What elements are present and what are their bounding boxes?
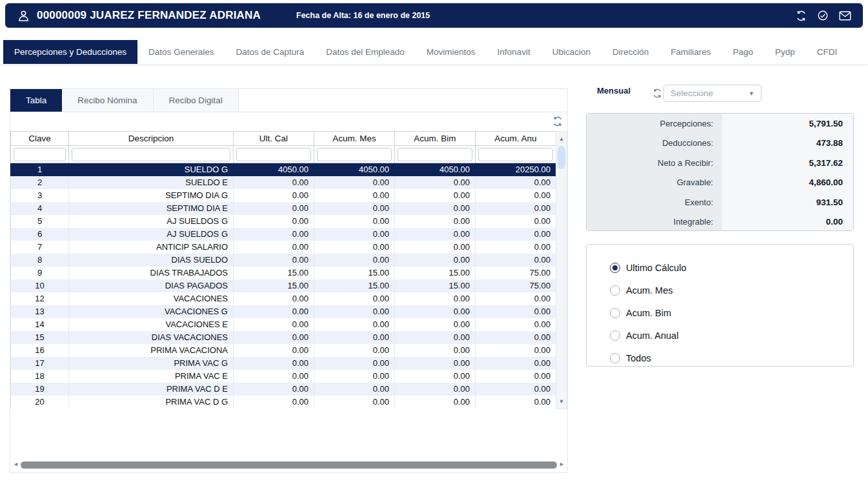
radio-icon[interactable] — [610, 353, 620, 363]
table-row[interactable]: 18PRIMA VAC E0.000.000.000.00 — [11, 370, 556, 383]
cell-acum-mes: 0.00 — [314, 292, 395, 305]
panel-tab-recibo-n-mina[interactable]: Recibo Nómina — [62, 89, 153, 112]
percepciones-panel: TablaRecibo NóminaRecibo Digital ClaveDe… — [10, 88, 568, 473]
table-row[interactable]: 12VACACIONES0.000.000.000.00 — [11, 292, 556, 305]
table-row[interactable]: 6AJ SUELDOS G0.000.000.000.00 — [11, 228, 556, 241]
refresh-icon[interactable] — [652, 88, 662, 101]
table-row[interactable]: 14VACACIONES E0.000.000.000.00 — [11, 318, 556, 331]
vertical-scrollbar[interactable]: ▲ ▼ — [556, 131, 567, 409]
tab-cfdi[interactable]: CFDI — [806, 40, 849, 64]
cell-descripcion: ANTICIP SALARIO — [69, 241, 234, 254]
cell-descripcion: DIAS VACACIONES — [69, 331, 234, 344]
radio-option-acum-mes[interactable]: Acum. Mes — [610, 279, 853, 301]
period-select[interactable]: Seleccione ▼ — [663, 85, 762, 102]
cell-acum-anu: 0.00 — [476, 357, 556, 370]
table-row[interactable]: 5AJ SUELDOS G0.000.000.000.00 — [11, 215, 556, 228]
panel-tabs: TablaRecibo NóminaRecibo Digital — [10, 89, 567, 112]
radio-icon[interactable] — [610, 285, 620, 296]
radio-option-acum-anual[interactable]: Acum. Anual — [610, 324, 853, 347]
table-row[interactable]: 1SUELDO G4050.004050.004050.0020250.00 — [11, 163, 556, 176]
cell-descripcion: PRIMA VAC D G — [69, 396, 234, 409]
cell-ult-cal: 15.00 — [234, 279, 314, 292]
cell-acum-bim: 0.00 — [395, 189, 476, 202]
col-header-acum-anu[interactable]: Acum. Anu — [476, 132, 556, 146]
col-header-ult-cal[interactable]: Ult. Cal — [234, 132, 314, 146]
col-header-acum-mes[interactable]: Acum. Mes — [314, 132, 395, 146]
summary-row-percepciones: Percepciones:5,791.50 — [587, 114, 853, 134]
table-row[interactable]: 19PRIMA VAC D E0.000.000.000.00 — [11, 383, 556, 396]
cell-acum-mes: 0.00 — [314, 228, 395, 241]
cell-acum-mes: 0.00 — [314, 254, 395, 267]
mail-icon[interactable] — [839, 11, 851, 21]
filter-input-acum-bim[interactable] — [398, 148, 472, 161]
tab-ubicacion[interactable]: Ubicacion — [541, 40, 601, 64]
cell-descripcion: DIAS PAGADOS — [69, 279, 234, 292]
tab-movimientos[interactable]: Movimientos — [416, 40, 487, 64]
cell-acum-mes: 0.00 — [314, 370, 395, 383]
sync-icon[interactable] — [796, 10, 807, 21]
table-row[interactable]: 16PRIMA VACACIONA0.000.000.000.00 — [11, 344, 556, 357]
calc-scope-options: Ultimo CálculoAcum. MesAcum. BimAcum. An… — [586, 244, 854, 367]
table-row[interactable]: 8DIAS SUELDO0.000.000.000.00 — [11, 254, 556, 267]
scroll-down-icon[interactable]: ▼ — [556, 397, 567, 406]
cell-ult-cal: 0.00 — [234, 331, 314, 344]
tab-infonavit[interactable]: Infonavit — [487, 40, 541, 64]
filter-input-acum-anu[interactable] — [478, 148, 553, 161]
radio-option-ultimo-c-lculo[interactable]: Ultimo Cálculo — [610, 256, 853, 279]
table-row[interactable]: 15DIAS VACACIONES0.000.000.000.00 — [11, 331, 556, 344]
tab-datos-del-empleado[interactable]: Datos del Empleado — [315, 40, 416, 64]
filter-input-ult-cal[interactable] — [236, 148, 311, 161]
table-row[interactable]: 4SEPTIMO DIA E0.000.000.000.00 — [11, 202, 556, 215]
table-row[interactable]: 2SUELDO E0.000.000.000.00 — [11, 176, 556, 189]
filter-input-clave[interactable] — [14, 148, 66, 161]
summary-label: Exento: — [587, 192, 722, 212]
check-circle-icon[interactable] — [817, 10, 829, 21]
table-toolbar — [10, 112, 567, 131]
table-row[interactable]: 20PRIMA VAC D G0.000.000.000.00 — [11, 396, 556, 409]
summary-value: 4,860.00 — [722, 173, 853, 193]
table-row[interactable]: 10DIAS PAGADOS15.0015.0015.0075.00 — [11, 279, 556, 292]
col-header-acum-bim[interactable]: Acum. Bim — [395, 132, 476, 146]
tab-percepciones-y-deducciones[interactable]: Percepciones y Deducciones — [3, 40, 137, 64]
filter-input-acum-mes[interactable] — [317, 148, 392, 161]
table-row[interactable]: 3SEPTIMO DIA G0.000.000.000.00 — [11, 189, 556, 202]
scroll-up-icon[interactable]: ▲ — [556, 134, 567, 143]
radio-icon[interactable] — [610, 263, 620, 273]
horizontal-scrollbar[interactable]: ◄ ► — [13, 460, 565, 470]
scroll-left-icon[interactable]: ◄ — [13, 461, 19, 467]
tab-datos-generales[interactable]: Datos Generales — [137, 40, 225, 64]
table-row[interactable]: 13VACACIONES G0.000.000.000.00 — [11, 305, 556, 318]
tab-pydp[interactable]: Pydp — [764, 40, 806, 64]
radio-option-acum-bim[interactable]: Acum. Bim — [610, 301, 853, 324]
table-row[interactable]: 17PRIMA VAC G0.000.000.000.00 — [11, 357, 556, 370]
vertical-scroll-thumb[interactable] — [558, 146, 565, 169]
period-select-value: Seleccione — [671, 88, 749, 98]
col-header-clave[interactable]: Clave — [11, 132, 69, 146]
filter-input-descripcion[interactable] — [72, 148, 230, 161]
tab-pago[interactable]: Pago — [722, 40, 764, 64]
table-row[interactable]: 9DIAS TRABAJADOS15.0015.0015.0075.00 — [11, 267, 556, 279]
panel-tab-recibo-digital[interactable]: Recibo Digital — [154, 89, 239, 112]
cell-clave: 2 — [11, 176, 69, 189]
cell-acum-anu: 75.00 — [476, 267, 556, 279]
col-header-descripcion[interactable]: Descripcion — [69, 132, 234, 146]
scroll-right-icon[interactable]: ► — [559, 461, 565, 467]
horizontal-scroll-thumb[interactable] — [21, 461, 557, 469]
refresh-icon[interactable] — [552, 116, 563, 129]
table-row[interactable]: 7ANTICIP SALARIO0.000.000.000.00 — [11, 241, 556, 254]
tab-datos-de-captura[interactable]: Datos de Captura — [225, 40, 315, 64]
radio-icon[interactable] — [610, 308, 620, 318]
radio-icon[interactable] — [610, 330, 620, 341]
summary-row-gravable: Gravable:4,860.00 — [587, 173, 853, 193]
employee-header-bar: 00000009 JUAREZ FERNANDEZ ADRIANA Fecha … — [5, 3, 863, 28]
tab-direcci-n[interactable]: Dirección — [601, 40, 660, 64]
summary-row-deducciones: Deducciones:473.88 — [587, 134, 853, 154]
radio-option-todos[interactable]: Todos — [610, 347, 853, 369]
tab-familiares[interactable]: Familiares — [660, 40, 722, 64]
cell-acum-mes: 15.00 — [314, 267, 395, 279]
panel-tab-tabla[interactable]: Tabla — [10, 89, 62, 112]
cell-clave: 19 — [11, 383, 69, 396]
user-icon — [17, 9, 30, 23]
cell-clave: 3 — [11, 189, 69, 202]
cell-ult-cal: 0.00 — [234, 215, 314, 228]
